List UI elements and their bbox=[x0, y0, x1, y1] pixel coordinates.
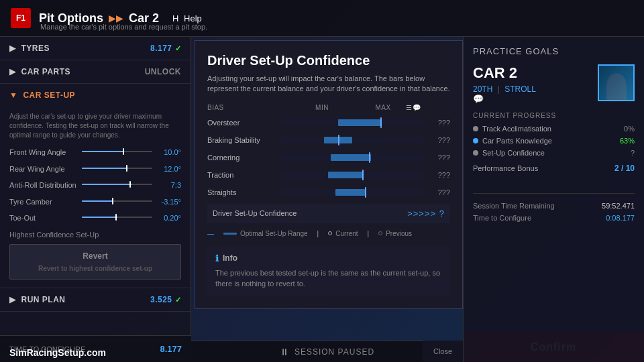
legend-previous-label: Previous bbox=[386, 230, 412, 237]
bias-label-traction: Traction bbox=[207, 171, 281, 179]
setup-slider-toe-out[interactable] bbox=[82, 217, 152, 219]
sidebar-section-run-plan: ▶ RUN PLAN 3.525 ✓ bbox=[0, 288, 191, 312]
bias-table-header: BIAS MIN MAX ☰💬 bbox=[207, 104, 450, 111]
car2-position-driver: 20TH | STROLL 💬 bbox=[473, 84, 598, 104]
bias-row-braking-stability: Braking Stability ??? bbox=[207, 133, 450, 147]
bias-bar-traction bbox=[281, 172, 423, 178]
sidebar-item-run-plan[interactable]: ▶ RUN PLAN 3.525 ✓ bbox=[0, 288, 191, 311]
header-subtitle: Manage the car's pit options and request… bbox=[40, 23, 207, 31]
progress-car-parts-label: Car Parts Knowledge bbox=[482, 137, 552, 145]
driver-chat-icons: 💬 bbox=[473, 94, 484, 104]
car2-title: CAR 2 bbox=[473, 64, 598, 82]
progress-track-wrap: Track Acclimatisation bbox=[473, 125, 624, 133]
progress-setup-wrap: Set-Up Confidence bbox=[473, 149, 631, 157]
session-info: Session Time Remaining 59:52.471 Time to… bbox=[473, 193, 635, 222]
revert-label: Revert bbox=[83, 251, 107, 261]
bias-bar-braking-stability bbox=[281, 137, 423, 143]
sidebar-section-car-setup: ▼ CAR SET-UP Adjust the car's set-up to … bbox=[0, 84, 191, 288]
legend-previous-dot bbox=[378, 231, 382, 235]
sidebar-item-car-setup[interactable]: ▼ CAR SET-UP bbox=[0, 84, 191, 107]
bias-label-oversteer: Oversteer bbox=[207, 119, 281, 127]
info-box: ℹ Info The previous best tested set-up i… bbox=[207, 247, 450, 296]
setup-row-toe-out: Toe-Out 0.20° bbox=[9, 213, 181, 224]
sidebar: ▶ TYRES 8.177 ✓ ▶ CAR PARTS Unlock ▼ CAR… bbox=[0, 37, 191, 335]
perf-bonus-label: Performance Bonus bbox=[473, 164, 538, 172]
car2-avatar bbox=[598, 64, 635, 101]
legend-separator: — bbox=[207, 230, 214, 237]
progress-track-label: Track Acclimatisation bbox=[482, 125, 551, 133]
setup-row-anti-roll: Anti-Roll Distribution 7:3 bbox=[9, 180, 181, 191]
setup-value-tyre-camber: -3.15° bbox=[158, 196, 181, 208]
bias-footer: Driver Set-Up Confidence >>>>> ? bbox=[207, 204, 450, 223]
bias-col-bias: BIAS bbox=[207, 104, 281, 111]
car2-info: CAR 2 20TH | STROLL 💬 bbox=[473, 64, 598, 104]
time-configure-row: Time to Configure 0:08.177 bbox=[473, 214, 635, 222]
sidebar-chevron-car-parts: ▶ bbox=[9, 67, 16, 76]
time-to-configure-value: 8.177 bbox=[160, 344, 182, 354]
sidebar-chevron-run-plan: ▶ bbox=[9, 295, 16, 304]
info-title-text: Info bbox=[223, 253, 237, 263]
sidebar-car-setup-label: CAR SET-UP bbox=[23, 90, 181, 100]
sidebar-tyres-check: ✓ bbox=[175, 44, 182, 53]
setup-row-tyre-camber: Tyre Camber -3.15° bbox=[9, 196, 181, 208]
close-label: Close bbox=[433, 347, 452, 355]
revert-sub: Revert to highest confidence set-up bbox=[15, 263, 175, 274]
revert-button[interactable]: Revert Revert to highest confidence set-… bbox=[9, 244, 181, 280]
progress-dot-car-parts bbox=[473, 138, 478, 143]
time-configure-label: Time to Configure bbox=[473, 214, 531, 222]
sidebar-run-plan-check: ✓ bbox=[175, 296, 182, 304]
progress-car-parts-value: 63% bbox=[620, 137, 635, 145]
bias-row-traction: Traction ??? bbox=[207, 168, 450, 182]
car-setup-description: Adjust the car's set-up to give your dri… bbox=[9, 112, 181, 140]
bias-footer-arrows[interactable]: >>>>> ? bbox=[407, 208, 445, 219]
sidebar-item-tyres[interactable]: ▶ TYRES 8.177 ✓ bbox=[0, 37, 191, 60]
progress-car-parts-wrap: Car Parts Knowledge bbox=[473, 137, 620, 145]
sidebar-chevron-tyres: ▶ bbox=[9, 44, 16, 53]
perf-bonus-value: 2 / 10 bbox=[614, 164, 635, 173]
bias-col-max: MAX bbox=[363, 104, 403, 111]
bias-bar-straights bbox=[281, 189, 423, 196]
highest-conf-label: Highest Confidence Set-Up bbox=[9, 229, 181, 241]
progress-dot-track bbox=[473, 126, 478, 131]
bias-row-straights: Straights ??? bbox=[207, 185, 450, 200]
header: F1 Pit Options ▶▶ Car 2 H Help Manage th… bbox=[0, 0, 644, 37]
session-time-value: 59:52.471 bbox=[602, 202, 635, 210]
legend-separator3: | bbox=[368, 230, 370, 237]
setup-slider-anti-roll[interactable] bbox=[82, 184, 152, 186]
close-button[interactable]: Close bbox=[423, 341, 463, 362]
setup-value-anti-roll: 7:3 bbox=[158, 180, 181, 191]
sidebar-car-setup-content: Adjust the car's set-up to give your dri… bbox=[0, 107, 191, 288]
modal-description: Adjusting your set-up will impact the ca… bbox=[207, 74, 450, 95]
legend-current: Current bbox=[328, 230, 358, 237]
performance-bonus: Performance Bonus 2 / 10 bbox=[473, 164, 635, 173]
sidebar-run-plan-value: 3.525 bbox=[150, 295, 172, 304]
setup-label-anti-roll: Anti-Roll Distribution bbox=[9, 180, 76, 191]
legend-current-label: Current bbox=[335, 230, 358, 237]
setup-value-toe-out: 0.20° bbox=[158, 213, 181, 224]
modal-title: Driver Set-Up Confidence bbox=[207, 53, 450, 68]
bias-legend: — Optimal Set-Up Range | Current | Previ… bbox=[207, 230, 450, 237]
setup-label-rear-wing: Rear Wing Angle bbox=[9, 164, 76, 175]
progress-setup-label: Set-Up Confidence bbox=[482, 149, 545, 157]
progress-row-setup: Set-Up Confidence ? bbox=[473, 149, 635, 157]
bias-col-min: MIN bbox=[281, 104, 363, 111]
setup-row-front-wing: Front Wing Angle 10.0° bbox=[9, 147, 181, 158]
setup-value-rear-wing: 12.0° bbox=[158, 164, 181, 175]
bias-row-cornering: Cornering ??? bbox=[207, 150, 450, 165]
progress-dot-setup bbox=[473, 150, 478, 156]
bias-val-traction: ??? bbox=[423, 171, 450, 179]
setup-label-front-wing: Front Wing Angle bbox=[9, 147, 76, 158]
session-paused-text: Session Paused bbox=[294, 347, 374, 357]
sidebar-item-car-parts[interactable]: ▶ CAR PARTS Unlock bbox=[0, 60, 191, 83]
setup-slider-front-wing[interactable] bbox=[82, 151, 152, 154]
session-time-label: Session Time Remaining bbox=[473, 202, 555, 210]
setup-slider-tyre-camber[interactable] bbox=[82, 200, 152, 203]
legend-optimal-bar bbox=[223, 233, 237, 235]
pause-icon: ⏸ bbox=[280, 347, 289, 357]
current-progress-title: CURRENT PROGRESS bbox=[473, 112, 635, 119]
bias-val-straights: ??? bbox=[423, 188, 450, 196]
bias-col-icons: ☰💬 bbox=[403, 104, 423, 111]
setup-slider-rear-wing[interactable] bbox=[82, 168, 152, 170]
setup-value-front-wing: 10.0° bbox=[158, 147, 181, 158]
sidebar-section-tyres: ▶ TYRES 8.177 ✓ bbox=[0, 37, 191, 60]
